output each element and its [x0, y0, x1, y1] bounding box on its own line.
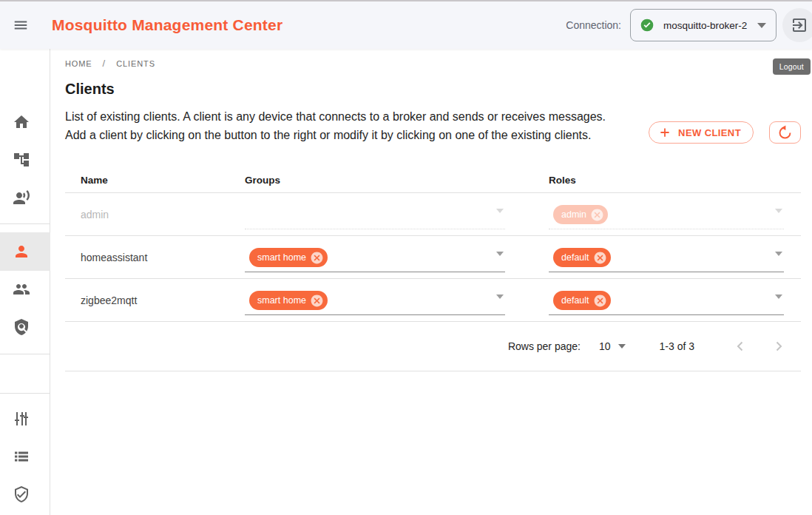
list-icon [13, 448, 30, 465]
refresh-button[interactable] [769, 121, 801, 144]
chip-delete-icon[interactable] [593, 294, 607, 308]
role-chip: admin [553, 205, 608, 224]
connection-select[interactable]: mosquitto-broker-2 [630, 9, 777, 41]
chip-label: admin [561, 209, 586, 220]
group-chip: smart home [249, 248, 328, 267]
sidebar-item-settings[interactable] [0, 400, 50, 438]
rows-per-page-select[interactable]: 10 [599, 340, 626, 352]
logout-icon [791, 16, 808, 34]
app-title: Mosquitto Management Center [52, 16, 282, 34]
shield-check-icon [13, 485, 30, 503]
previous-page-button[interactable] [725, 331, 755, 361]
sidebar-item-logs[interactable] [0, 437, 50, 476]
main-content: HOME / CLIENTS Clients List of existing … [50, 49, 812, 515]
groups-select[interactable]: smart home [245, 243, 505, 272]
chip-label: default [561, 295, 589, 306]
app-header: Mosquitto Management Center Connection: … [0, 1, 812, 49]
column-header-roles: Roles [549, 175, 801, 186]
chip-delete-icon[interactable] [310, 251, 324, 265]
sidebar-item-listeners[interactable] [0, 178, 50, 217]
chip-delete-icon[interactable] [593, 251, 607, 265]
chip-label: smart home [257, 295, 306, 306]
person-icon [13, 243, 30, 260]
roles-select[interactable]: default [549, 243, 784, 272]
group-chip: smart home [249, 291, 328, 310]
chevron-left-icon [731, 337, 749, 355]
breadcrumb-current: CLIENTS [116, 59, 155, 68]
sidebar-divider [0, 393, 50, 394]
table-row[interactable]: admin admin [65, 193, 801, 236]
page-description: List of existing clients. A client is an… [65, 107, 618, 144]
sidebar-divider [0, 223, 50, 224]
breadcrumb-separator: / [103, 58, 106, 69]
refresh-icon [777, 125, 793, 141]
sidebar-divider [0, 354, 50, 354]
tune-icon [13, 410, 30, 428]
logout-tooltip: Logout [773, 58, 811, 75]
chevron-down-icon [775, 209, 782, 213]
broadcast-person-icon [13, 189, 30, 206]
roles-select[interactable]: default [549, 286, 784, 315]
table-row[interactable]: homeassistant smart home d [65, 236, 801, 279]
chevron-down-icon [775, 294, 782, 299]
sidebar-item-home[interactable] [0, 103, 50, 141]
new-client-button[interactable]: NEW CLIENT [649, 121, 754, 144]
groups-select[interactable]: smart home [245, 286, 505, 315]
chevron-down-icon [757, 23, 766, 28]
client-name: admin [65, 209, 245, 221]
policy-icon [13, 318, 30, 336]
role-chip: default [553, 248, 611, 267]
sidebar-nav [0, 49, 50, 515]
rows-per-page-value: 10 [599, 340, 611, 352]
column-header-groups: Groups [245, 175, 549, 186]
breadcrumb: HOME / CLIENTS [65, 58, 801, 69]
roles-select[interactable]: admin [549, 200, 784, 229]
table-header-row: Name Groups Roles [65, 167, 801, 193]
pagination-range: 1-3 of 3 [660, 340, 694, 352]
chevron-down-icon [496, 252, 504, 256]
topology-icon [13, 151, 30, 169]
chevron-down-icon [618, 344, 626, 349]
chip-delete-icon[interactable] [310, 294, 324, 308]
sidebar-item-groups[interactable] [0, 270, 50, 309]
table-pagination: Rows per page: 10 1-3 of 3 [65, 322, 801, 371]
home-icon [13, 113, 30, 131]
sidebar-item-topology[interactable] [0, 141, 50, 179]
chevron-down-icon [496, 209, 504, 213]
sidebar-item-security[interactable] [0, 475, 50, 514]
chevron-down-icon [775, 252, 782, 256]
breadcrumb-home[interactable]: HOME [65, 59, 92, 68]
sidebar-item-roles[interactable] [0, 308, 50, 346]
connection-value: mosquitto-broker-2 [663, 20, 747, 31]
sidebar-item-clients[interactable] [0, 232, 50, 271]
connection-label: Connection: [566, 19, 621, 31]
column-header-name: Name [65, 175, 245, 186]
groups-select[interactable] [245, 200, 505, 229]
new-client-label: NEW CLIENT [678, 127, 741, 138]
role-chip: default [553, 291, 611, 310]
table-row[interactable]: zigbee2mqtt smart home def [65, 279, 801, 322]
chip-label: default [561, 252, 589, 263]
connected-check-icon [640, 18, 654, 33]
client-name: zigbee2mqtt [65, 294, 245, 306]
plus-icon [658, 126, 671, 139]
chevron-down-icon [496, 294, 504, 299]
chip-label: smart home [257, 252, 306, 263]
page-title: Clients [65, 81, 801, 98]
chevron-right-icon [770, 337, 788, 355]
next-page-button[interactable] [764, 331, 794, 361]
group-icon [13, 280, 30, 298]
logout-button[interactable] [782, 8, 812, 42]
rows-per-page-label: Rows per page: [508, 340, 581, 352]
clients-table: Name Groups Roles admin admin [65, 167, 801, 371]
chip-delete-icon[interactable] [590, 208, 604, 222]
client-name: homeassistant [65, 252, 245, 263]
menu-icon[interactable] [4, 9, 37, 41]
